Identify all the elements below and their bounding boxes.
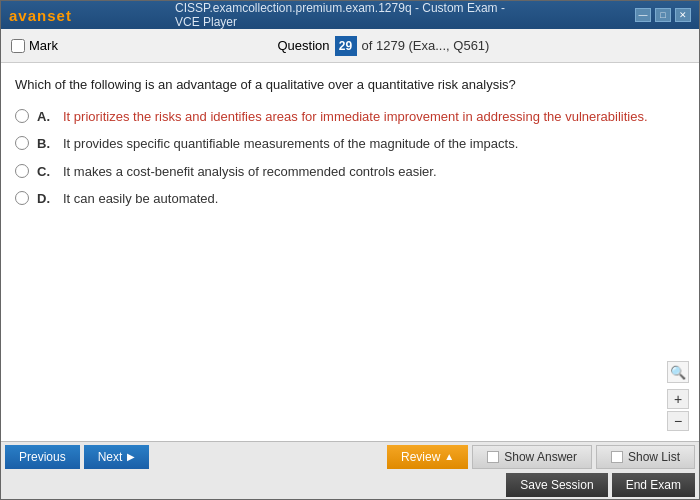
minimize-button[interactable]: — <box>635 8 651 22</box>
radio-c[interactable] <box>15 164 29 178</box>
question-number-box: 29 <box>335 36 357 56</box>
title-bar: avanset CISSP.examcollection.premium.exa… <box>1 1 699 29</box>
question-label: Question <box>277 38 329 53</box>
show-answer-button[interactable]: Show Answer <box>472 445 592 469</box>
label-b: B. <box>37 134 55 154</box>
right-controls: 🔍 + − <box>667 361 689 431</box>
answer-option-a[interactable]: A. It prioritizes the risks and identifi… <box>15 107 685 127</box>
answer-text-a: It prioritizes the risks and identifies … <box>63 107 648 127</box>
end-exam-label: End Exam <box>626 478 681 492</box>
next-button[interactable]: Next ▶ <box>84 445 150 469</box>
search-icon[interactable]: 🔍 <box>667 361 689 383</box>
window-controls: — □ ✕ <box>635 8 691 22</box>
show-list-checkbox <box>611 451 623 463</box>
mark-checkbox-input[interactable] <box>11 39 25 53</box>
next-arrow-icon: ▶ <box>127 451 135 462</box>
answer-option-c[interactable]: C. It makes a cost-benefit analysis of r… <box>15 162 685 182</box>
previous-button[interactable]: Previous <box>5 445 80 469</box>
app-logo: avanset <box>9 7 72 24</box>
mark-label: Mark <box>29 38 58 53</box>
question-info: Question 29 of 1279 (Exa..., Q561) <box>277 36 489 56</box>
nav-row-1: Previous Next ▶ Review ▲ Show Answer Sho… <box>1 442 699 471</box>
label-a: A. <box>37 107 55 127</box>
answer-option-b[interactable]: B. It provides specific quantifiable mea… <box>15 134 685 154</box>
question-text: Which of the following is an advantage o… <box>15 75 685 95</box>
question-number: 29 <box>339 39 352 53</box>
answer-text-c: It makes a cost-benefit analysis of reco… <box>63 162 437 182</box>
logo-highlight: avan <box>9 7 47 24</box>
zoom-out-button[interactable]: − <box>667 411 689 431</box>
end-exam-button[interactable]: End Exam <box>612 473 695 497</box>
question-area: Which of the following is an advantage o… <box>1 63 699 441</box>
close-button[interactable]: ✕ <box>675 8 691 22</box>
radio-d[interactable] <box>15 191 29 205</box>
show-answer-checkbox <box>487 451 499 463</box>
mark-checkbox[interactable]: Mark <box>11 38 58 53</box>
answer-option-d[interactable]: D. It can easily be automated. <box>15 189 685 209</box>
show-list-label: Show List <box>628 450 680 464</box>
answer-text-b: It provides specific quantifiable measur… <box>63 134 518 154</box>
review-button[interactable]: Review ▲ <box>387 445 468 469</box>
question-total: of 1279 (Exa..., Q561) <box>362 38 490 53</box>
title-bar-left: avanset <box>9 7 72 24</box>
logo-text2: set <box>47 7 72 24</box>
save-session-label: Save Session <box>520 478 593 492</box>
main-window: avanset CISSP.examcollection.premium.exa… <box>0 0 700 500</box>
toolbar: Mark Question 29 of 1279 (Exa..., Q561) <box>1 29 699 63</box>
main-content: Which of the following is an advantage o… <box>1 63 699 441</box>
window-title: CISSP.examcollection.premium.exam.1279q … <box>175 1 525 29</box>
zoom-in-button[interactable]: + <box>667 389 689 409</box>
show-answer-label: Show Answer <box>504 450 577 464</box>
label-d: D. <box>37 189 55 209</box>
answer-text-d: It can easily be automated. <box>63 189 218 209</box>
previous-label: Previous <box>19 450 66 464</box>
save-session-button[interactable]: Save Session <box>506 473 607 497</box>
next-label: Next <box>98 450 123 464</box>
nav-row-2: Save Session End Exam <box>1 471 699 499</box>
bottom-nav: Previous Next ▶ Review ▲ Show Answer Sho… <box>1 441 699 499</box>
show-list-button[interactable]: Show List <box>596 445 695 469</box>
radio-b[interactable] <box>15 136 29 150</box>
maximize-button[interactable]: □ <box>655 8 671 22</box>
answer-options: A. It prioritizes the risks and identifi… <box>15 107 685 209</box>
label-c: C. <box>37 162 55 182</box>
review-arrow-icon: ▲ <box>444 451 454 462</box>
review-label: Review <box>401 450 440 464</box>
radio-a[interactable] <box>15 109 29 123</box>
